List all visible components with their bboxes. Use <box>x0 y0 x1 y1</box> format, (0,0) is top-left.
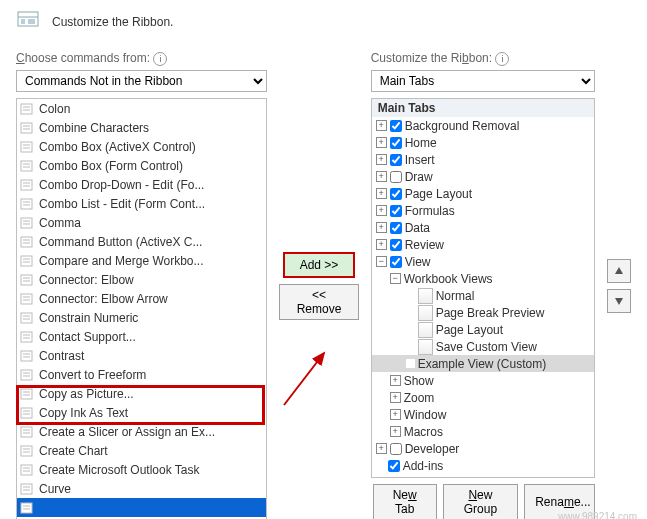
command-item[interactable]: Combine Characters <box>17 118 266 137</box>
command-item[interactable]: Combo Drop-Down - Edit (Fo... <box>17 175 266 194</box>
view-item[interactable]: Page Layout <box>372 321 594 338</box>
command-icon <box>19 234 35 250</box>
command-item[interactable]: Combo Box (ActiveX Control) <box>17 137 266 156</box>
expander-icon[interactable]: − <box>376 256 387 267</box>
tab-checkbox[interactable] <box>390 239 402 251</box>
tab-checkbox[interactable] <box>390 256 402 268</box>
command-label: Compare and Merge Workbo... <box>39 254 204 268</box>
tab-home[interactable]: +Home <box>372 134 594 151</box>
tab-formulas[interactable]: +Formulas <box>372 202 594 219</box>
expander-icon[interactable]: + <box>376 120 387 131</box>
tab-view[interactable]: −View <box>372 253 594 270</box>
tab-checkbox[interactable] <box>390 154 402 166</box>
tree-label: Home <box>405 136 437 150</box>
tab-checkbox[interactable] <box>390 222 402 234</box>
expander-icon[interactable]: + <box>376 205 387 216</box>
move-up-button[interactable] <box>607 259 631 283</box>
expander-icon[interactable]: + <box>376 239 387 250</box>
command-item[interactable]: Connector: Elbow Arrow <box>17 289 266 308</box>
customize-ribbon-label: Customize the Ribbon: i <box>371 51 595 66</box>
command-label: Contrast <box>39 349 84 363</box>
expander-icon[interactable]: + <box>376 171 387 182</box>
command-item[interactable]: Copy Ink As Text <box>17 403 266 422</box>
command-item[interactable] <box>17 498 266 517</box>
tab-insert[interactable]: +Insert <box>372 151 594 168</box>
group-show[interactable]: +Show <box>372 372 594 389</box>
customize-ribbon-dropdown[interactable]: Main Tabs <box>371 70 595 92</box>
tab-page-layout[interactable]: +Page Layout <box>372 185 594 202</box>
tab-checkbox[interactable] <box>390 205 402 217</box>
svg-rect-46 <box>21 370 32 380</box>
svg-rect-37 <box>21 313 32 323</box>
command-item[interactable]: Create Chart <box>17 441 266 460</box>
tab-background-removal[interactable]: +Background Removal <box>372 117 594 134</box>
command-item[interactable]: Connector: Elbow <box>17 270 266 289</box>
move-down-button[interactable] <box>607 289 631 313</box>
commands-listbox[interactable]: ColonCombine CharactersCombo Box (Active… <box>16 98 267 519</box>
command-item[interactable]: Create a Slicer or Assign an Ex... <box>17 422 266 441</box>
command-item[interactable]: Contrast <box>17 346 266 365</box>
expander-icon[interactable]: + <box>390 426 401 437</box>
command-label: Combo Box (Form Control) <box>39 159 183 173</box>
command-label: Create Microsoft Outlook Task <box>39 463 200 477</box>
tree-label: Normal <box>436 289 475 303</box>
remove-button[interactable]: << Remove <box>279 284 358 320</box>
command-label: Combo List - Edit (Form Cont... <box>39 197 205 211</box>
tab-checkbox[interactable] <box>390 171 402 183</box>
view-item[interactable]: Normal <box>372 287 594 304</box>
command-item[interactable]: Combo Box (Form Control) <box>17 156 266 175</box>
expander-icon[interactable]: + <box>376 222 387 233</box>
svg-rect-10 <box>21 142 32 152</box>
command-item[interactable]: Compare and Merge Workbo... <box>17 251 266 270</box>
command-item[interactable]: Copy as Picture... <box>17 384 266 403</box>
group-workbook-views[interactable]: −Workbook Views <box>372 270 594 287</box>
choose-commands-dropdown[interactable]: Commands Not in the Ribbon <box>16 70 267 92</box>
tab-checkbox[interactable] <box>390 188 402 200</box>
expander-icon[interactable]: + <box>376 137 387 148</box>
command-item[interactable]: Curve <box>17 479 266 498</box>
add-button[interactable]: Add >> <box>283 252 355 278</box>
command-item[interactable]: Create Microsoft Outlook Task <box>17 460 266 479</box>
expander-icon <box>406 342 415 351</box>
command-item[interactable]: Colon <box>17 99 266 118</box>
command-item[interactable]: Convert to Freeform <box>17 365 266 384</box>
svg-rect-16 <box>21 180 32 190</box>
tab-checkbox[interactable] <box>390 443 402 455</box>
tab-draw[interactable]: +Draw <box>372 168 594 185</box>
expander-icon[interactable]: + <box>376 443 387 454</box>
group-zoom[interactable]: +Zoom <box>372 389 594 406</box>
command-item[interactable]: Command Button (ActiveX C... <box>17 232 266 251</box>
tab-review[interactable]: +Review <box>372 236 594 253</box>
command-icon <box>19 424 35 440</box>
expander-icon[interactable]: + <box>390 409 401 420</box>
tab-checkbox[interactable] <box>390 120 402 132</box>
info-icon: i <box>153 52 167 66</box>
expander-icon[interactable]: + <box>376 188 387 199</box>
tab-add-ins[interactable]: Add-ins <box>372 457 594 474</box>
tab-checkbox[interactable] <box>390 137 402 149</box>
command-item[interactable]: Contact Support... <box>17 327 266 346</box>
custom-view-item[interactable]: Example View (Custom) <box>372 355 594 372</box>
group-window[interactable]: +Window <box>372 406 594 423</box>
expander-icon[interactable]: + <box>376 154 387 165</box>
command-icon <box>19 272 35 288</box>
tab-data[interactable]: +Data <box>372 219 594 236</box>
new-tab-button[interactable]: New Tab <box>373 484 437 519</box>
tree-label: Macros <box>404 425 443 439</box>
command-item[interactable]: Comma <box>17 213 266 232</box>
ribbon-tree[interactable]: Main Tabs+Background Removal+Home+Insert… <box>371 98 595 478</box>
view-item[interactable]: Page Break Preview <box>372 304 594 321</box>
tab-developer[interactable]: +Developer <box>372 440 594 457</box>
command-item[interactable]: Constrain Numeric <box>17 308 266 327</box>
command-icon <box>19 139 35 155</box>
expander-icon[interactable]: − <box>390 273 401 284</box>
expander-icon[interactable]: + <box>390 375 401 386</box>
expander-icon[interactable]: + <box>390 392 401 403</box>
new-group-button[interactable]: New Group <box>443 484 519 519</box>
svg-rect-34 <box>21 294 32 304</box>
command-item[interactable]: Combo List - Edit (Form Cont... <box>17 194 266 213</box>
view-item[interactable]: Save Custom View <box>372 338 594 355</box>
tab-checkbox[interactable] <box>388 460 400 472</box>
group-macros[interactable]: +Macros <box>372 423 594 440</box>
tree-label: View <box>405 255 431 269</box>
